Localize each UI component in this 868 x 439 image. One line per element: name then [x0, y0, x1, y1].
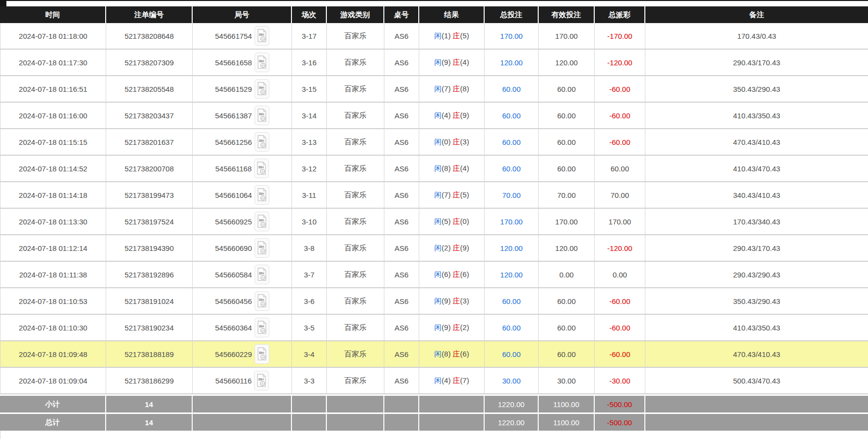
- cell-round-id: 545660456: [193, 288, 292, 315]
- cell-payout: -120.00: [595, 235, 645, 262]
- cell-result: 闲(8) 庄(6): [419, 341, 485, 368]
- result-player-score: (2): [442, 244, 451, 252]
- video-replay-button[interactable]: [255, 238, 269, 258]
- cell-total-bet[interactable]: 60.00: [485, 156, 539, 182]
- video-icon: [257, 215, 267, 228]
- result-player-score: (8): [442, 164, 451, 172]
- cell-bet-id: 521738192896: [106, 262, 193, 288]
- cell-table-no: AS6: [384, 23, 419, 50]
- table-header: 时间注单编号局号场次游戏类别桌号结果总投注有效投注总派彩备注: [0, 6, 868, 23]
- table-footer: 小计141220.001100.00-500.00总计141220.001100…: [0, 394, 868, 431]
- cell-session: 3-6: [292, 288, 327, 315]
- round-id-text: 545661658: [215, 58, 252, 67]
- bottom-spacer: [0, 431, 868, 439]
- cell-payout: -60.00: [595, 103, 645, 129]
- video-icon: [257, 135, 267, 149]
- cell-valid-bet: 170.00: [539, 209, 595, 235]
- cell-total-bet[interactable]: 70.00: [485, 182, 539, 209]
- video-replay-button[interactable]: [255, 318, 269, 337]
- video-replay-button[interactable]: [254, 159, 269, 178]
- table-row: 2024-07-18 01:12:14521738194390545660690…: [0, 235, 868, 262]
- result-banker-score: (3): [460, 297, 469, 305]
- column-header-result: 结果: [419, 6, 485, 23]
- cell-session: 3-15: [292, 76, 327, 103]
- cell-total-bet[interactable]: 60.00: [485, 315, 539, 341]
- video-replay-button[interactable]: [255, 344, 269, 364]
- video-replay-button[interactable]: [255, 106, 269, 125]
- cell-bet-id: 521738201637: [106, 129, 193, 156]
- cell-payout: -60.00: [595, 129, 645, 156]
- video-replay-button[interactable]: [255, 132, 269, 152]
- cell-total-bet[interactable]: 60.00: [485, 76, 539, 103]
- footer-empty-cell: [419, 412, 485, 431]
- result-player-label: 闲: [434, 297, 442, 305]
- cell-table-no: AS6: [384, 182, 419, 209]
- cell-round-id: 545660116: [193, 368, 292, 394]
- footer-empty-cell: [384, 394, 419, 412]
- column-header-bet-id: 注单编号: [106, 6, 193, 23]
- cell-table-no: AS6: [384, 262, 419, 288]
- cell-total-bet[interactable]: 170.00: [485, 23, 539, 50]
- video-replay-button[interactable]: [255, 26, 269, 46]
- video-icon: [257, 162, 266, 175]
- cell-result: 闲(9) 庄(2): [419, 315, 485, 341]
- footer-empty-cell: [292, 394, 327, 412]
- cell-bet-id: 521738208648: [106, 23, 193, 50]
- result-player-label: 闲: [434, 137, 442, 146]
- video-replay-button[interactable]: [255, 185, 269, 205]
- table-row: 2024-07-18 01:10:30521738190234545660364…: [0, 315, 868, 341]
- footer-empty-cell: [419, 394, 485, 412]
- cell-total-bet[interactable]: 60.00: [485, 103, 539, 129]
- result-player-score: (9): [442, 297, 451, 305]
- footer-empty-cell: [645, 412, 868, 431]
- video-replay-button[interactable]: [255, 265, 269, 284]
- cell-total-bet[interactable]: 60.00: [485, 129, 539, 156]
- round-id-text: 545660584: [215, 271, 252, 279]
- cell-valid-bet: 120.00: [539, 50, 595, 76]
- cell-total-bet[interactable]: 120.00: [485, 262, 539, 288]
- result-banker-label: 庄: [453, 244, 460, 252]
- cell-time: 2024-07-18 01:12:14: [0, 235, 106, 262]
- cell-total-bet[interactable]: 60.00: [485, 341, 539, 368]
- footer-empty-cell: [193, 394, 292, 412]
- cell-payout: -60.00: [595, 341, 645, 368]
- cell-total-bet[interactable]: 60.00: [485, 288, 539, 315]
- video-replay-button[interactable]: [254, 371, 269, 390]
- cell-total-bet[interactable]: 120.00: [485, 235, 539, 262]
- video-replay-button[interactable]: [255, 79, 269, 99]
- video-icon: [257, 55, 267, 69]
- cell-bet-id: 521738205548: [106, 76, 193, 103]
- result-banker-score: (4): [460, 164, 469, 172]
- cell-game-type: 百家乐: [327, 182, 384, 209]
- column-header-table-no: 桌号: [384, 6, 419, 23]
- result-player-score: (0): [442, 137, 451, 146]
- column-header-time: 时间: [0, 6, 106, 23]
- video-replay-button[interactable]: [255, 212, 269, 231]
- column-header-valid-bet: 有效投注: [539, 6, 595, 23]
- result-player-label: 闲: [434, 191, 442, 199]
- result-player-label: 闲: [434, 164, 442, 172]
- table-row: 2024-07-18 01:16:00521738203437545661387…: [0, 103, 868, 129]
- result-player-label: 闲: [434, 323, 442, 331]
- cell-round-id: 545660229: [193, 341, 292, 368]
- total-payout: -500.00: [595, 412, 645, 431]
- cell-time: 2024-07-18 01:18:00: [0, 23, 106, 50]
- result-player-label: 闲: [434, 244, 442, 252]
- cell-table-no: AS6: [384, 156, 419, 182]
- cell-total-bet[interactable]: 170.00: [485, 209, 539, 235]
- video-replay-button[interactable]: [255, 291, 269, 311]
- cell-total-bet[interactable]: 120.00: [485, 50, 539, 76]
- result-banker-label: 庄: [453, 137, 460, 146]
- column-header-game-type: 游戏类别: [327, 6, 384, 23]
- cell-total-bet[interactable]: 30.00: [485, 368, 539, 394]
- result-player-score: (4): [442, 376, 451, 384]
- cell-table-no: AS6: [384, 341, 419, 368]
- cell-result: 闲(4) 庄(9): [419, 103, 485, 129]
- cell-bet-id: 521738191024: [106, 288, 193, 315]
- total-total-bet: 1220.00: [485, 412, 539, 431]
- cell-payout: 70.00: [595, 182, 645, 209]
- table-row: 2024-07-18 01:16:51521738205548545661529…: [0, 76, 868, 103]
- video-replay-button[interactable]: [255, 53, 269, 72]
- cell-table-no: AS6: [384, 235, 419, 262]
- result-player-label: 闲: [434, 376, 442, 384]
